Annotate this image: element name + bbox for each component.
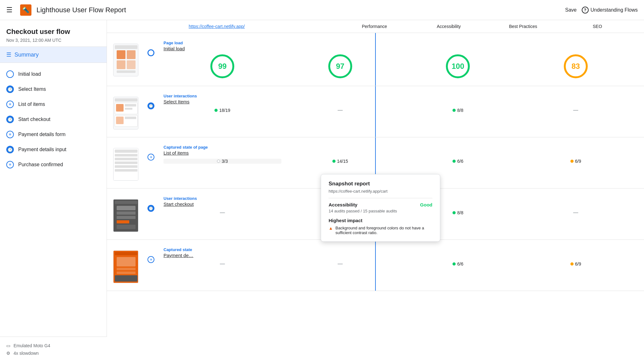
dash-3: — [220,210,225,216]
score-perf-2: 18/19 [164,107,281,113]
scores-payment-details: — — 6/6 [164,261,635,267]
help-icon: ? [582,7,589,14]
pill-val-4: 14/15 [337,159,348,164]
svg-rect-20 [115,162,137,164]
type-list-of-items: Captured state of page [164,145,635,150]
tooltip-impact-item: ▲ Background and foreground colors do no… [329,226,432,235]
circle-100: 100 [446,54,470,78]
tooltip-popup: Snapshot report https://coffee-cart.netl… [321,174,440,242]
svg-rect-29 [117,225,136,229]
thumbnail-list-of-items [113,148,138,181]
dot-col-1 [145,41,157,56]
info-payment-details: Captured state Payment de… — — 6/6 [157,247,635,267]
main-layout: Checkout user flow Nov 3, 2021, 12:00 AM… [0,20,644,362]
summary-label: Summary [14,52,39,58]
svg-rect-19 [115,158,137,160]
dot-list-of-items: ✳ [147,154,154,161]
pill-6-6-1: 6/6 [452,159,463,164]
pill-8-8-1: 8/8 [452,108,463,113]
sidebar-item-initial-load[interactable]: Initial load [0,67,107,82]
tooltip-impact-title: Highest impact [329,218,432,223]
hamburger-menu[interactable]: ☰ [6,6,13,14]
accessibility-status: Good [420,202,432,207]
snap-icon-1: ✳ [6,101,14,108]
sidebar-footer-device: ▭ Emulated Moto G4 [6,342,101,349]
sidebar-item-purchase-confirmed[interactable]: ✳ Purchase confirmed [0,157,107,172]
score-acc-3: 14/15 [281,159,399,164]
thumb-col-3 [107,145,145,181]
sidebar-item-payment-form[interactable]: ✳ Payment details form [0,127,107,142]
understanding-flows-link[interactable]: ? Understanding Flows [582,7,638,14]
sidebar-header: Checkout user flow Nov 3, 2021, 12:00 AM… [0,20,107,47]
pill-6-9-1: 6/9 [570,159,581,164]
sidebar-item-payment-input[interactable]: 🕐 Payment details input [0,142,107,157]
col-accessibility: Accessibility [412,24,486,29]
info-list-of-items: Captured state of page List of items 3/3 [157,145,635,164]
scores-initial-load: 99 97 100 83 [164,54,635,78]
pdot-g-4 [452,160,456,163]
svg-rect-6 [117,70,136,73]
dash-6: — [220,261,225,267]
clock-icon-3: 🕐 [6,146,14,153]
score-seo-2: — [517,107,635,113]
score-seo-1: 83 [517,54,635,78]
slowdown-icon: ⚙ [6,351,10,356]
score-acc-2: — [281,107,399,113]
thumb-col-1 [107,41,145,76]
impact-text: Background and foreground colors do not … [336,226,432,235]
sidebar: Checkout user flow Nov 3, 2021, 12:00 AM… [0,20,107,362]
circle-83: 83 [564,54,588,78]
table-row-payment-details: ✳ Captured state Payment de… — — [107,240,644,291]
pill-val-3: 3/3 [222,159,228,164]
sidebar-item-start-checkout[interactable]: 🕐 Start checkout [0,112,107,127]
save-button[interactable]: Save [565,7,576,13]
sidebar-item-list-of-items[interactable]: ✳ List of items [0,97,107,112]
name-payment-details[interactable]: Payment de… [164,253,635,258]
score-perf-4: — [164,210,281,216]
thumbnail-start-checkout [113,199,138,232]
step-label-start-checkout: Start checkout [18,117,50,122]
svg-rect-24 [115,201,137,204]
tooltip-accessibility-title: Accessibility Good [329,202,432,207]
step-label-list-of-items: List of items [18,101,45,107]
score-bp-3: 6/6 [399,159,517,164]
pdot-g-6 [452,262,456,266]
accessibility-label: Accessibility [329,202,358,207]
warning-triangle-icon: ▲ [329,226,333,231]
snap-icon-3: ✳ [6,161,14,168]
pill-val-9: 6/9 [575,261,581,266]
svg-rect-34 [117,272,136,274]
sidebar-footer: ▭ Emulated Moto G4 ⚙ 4x slowdown [0,337,107,362]
dot-col-4: 🕐 [145,196,157,212]
sidebar-summary[interactable]: ☰ Summary [0,47,107,63]
name-select-items[interactable]: Select Items [164,99,635,104]
name-initial-load[interactable]: Initial load [164,46,635,51]
pill-14-15: 14/15 [332,159,348,164]
score-acc-1: 97 [281,54,399,78]
topbar: ☰ 🔦 Lighthouse User Flow Report Save ? U… [0,0,644,20]
score-bp-2: 8/8 [399,107,517,113]
pdot-o-1 [570,160,574,163]
main-content: https://coffee-cart.netlify.app/ Perform… [107,20,644,362]
pill-val-5: 6/6 [457,159,463,164]
thumb-svg-5 [114,251,138,283]
dash-2: — [573,107,578,113]
dot-col-2: 🕐 [145,94,157,109]
thumb-svg-3 [114,148,138,181]
sidebar-steps: Initial load 🕐 Select Items ✳ List of it… [0,63,107,176]
dash-7: — [338,261,343,267]
name-list-of-items[interactable]: List of items [164,150,635,156]
pill-val-6: 6/9 [575,159,581,164]
load-icon [6,70,14,78]
slowdown-label: 4x slowdown [14,351,39,356]
summary-icon: ☰ [6,51,11,58]
sidebar-item-select-items[interactable]: 🕐 Select Items [0,82,107,97]
step-label-purchase-confirmed: Purchase confirmed [18,162,63,167]
url-header[interactable]: https://coffee-cart.netlify.app/ [189,24,337,29]
clock-icon-1: 🕐 [6,85,14,93]
thumb-col-2 [107,94,145,129]
svg-rect-25 [117,206,136,210]
table-row-initial-load: Page load Initial load 99 97 100 [107,33,644,86]
svg-rect-17 [115,150,137,153]
timeline-line [375,33,376,86]
